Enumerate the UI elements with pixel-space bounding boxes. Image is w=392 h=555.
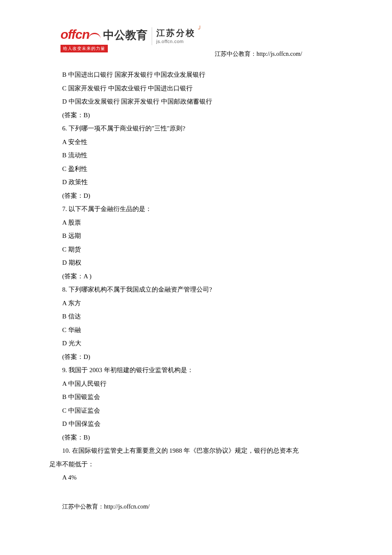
text-line: B 中国进出口银行 国家开发银行 中国农业发展银行 xyxy=(49,68,342,82)
footer-text: 江苏中公教育：http://js.offcn.com/ xyxy=(62,503,150,511)
question-line: 8. 下列哪家机构不属于我国成立的金融资产管理公司? xyxy=(49,283,342,297)
content-body: B 中国进出口银行 国家开发银行 中国农业发展银行 C 国家开发银行 中国农业银… xyxy=(49,68,342,485)
question-line: 7. 以下不属于金融衍生品的是： xyxy=(49,202,342,216)
answer-line: (答案：D) xyxy=(49,189,342,203)
text-line: D 中国农业发展银行 国家开发银行 中国邮政储蓄银行 xyxy=(49,95,342,109)
option-line: C 中国证监会 xyxy=(49,404,342,418)
option-line: D 光大 xyxy=(49,337,342,350)
answer-line: (答案：B) xyxy=(49,431,342,445)
answer-line: (答案：B) xyxy=(49,109,342,122)
logo-offcn: offcn 中公教育 给人改变未来的力量 xyxy=(61,27,147,52)
logo-cn: 中公教育 xyxy=(103,28,147,43)
text-line: C 国家开发银行 中国农业银行 中国进出口银行 xyxy=(49,82,342,95)
question-line: 10. 在国际银行监管史上有重要意义的 1988 年《巴塞尔协议》规定，银行的总… xyxy=(49,444,342,458)
option-line: A 中国人民银行 xyxy=(49,377,342,391)
branch-url: js.offcn.com xyxy=(156,39,196,44)
option-line: C 期货 xyxy=(49,243,342,257)
logo-text: offcn xyxy=(61,27,89,42)
option-line: C 华融 xyxy=(49,324,342,337)
option-line: A 安全性 xyxy=(49,136,342,149)
branch-block: 江苏分校 js.offcn.com xyxy=(156,27,196,44)
option-line: B 远期 xyxy=(49,229,342,243)
option-line: D 中国保监会 xyxy=(49,417,342,431)
page-header: offcn 中公教育 给人改变未来的力量 江苏分校 js.offcn.com ╯ xyxy=(61,27,202,52)
answer-line: (答案：D) xyxy=(49,350,342,364)
header-source-text: 江苏中公教育：http://js.offcn.com/ xyxy=(215,50,302,58)
option-line: A 股票 xyxy=(49,216,342,230)
option-line: B 流动性 xyxy=(49,149,342,162)
option-line: D 期权 xyxy=(49,256,342,270)
option-line: A 4% xyxy=(49,471,342,485)
question-line-cont: 足率不能低于： xyxy=(49,458,342,471)
logo-slogan: 给人改变未来的力量 xyxy=(61,45,108,52)
question-line: 9. 我国于 2003 年初组建的银行业监管机构是： xyxy=(49,364,342,377)
option-line: A 东方 xyxy=(49,297,342,310)
answer-line: (答案：A ) xyxy=(49,270,342,283)
bracket-mark-icon: ╯ xyxy=(198,26,202,33)
question-line: 6. 下列哪一项不属于商业银行的"三性"原则? xyxy=(49,122,342,136)
option-line: B 信达 xyxy=(49,310,342,324)
divider-vertical xyxy=(152,27,152,45)
branch-name: 江苏分校 xyxy=(156,27,196,39)
option-line: C 盈利性 xyxy=(49,162,342,176)
logo-main: offcn 中公教育 xyxy=(61,27,147,44)
option-line: D 政策性 xyxy=(49,176,342,189)
logo-block: offcn 中公教育 给人改变未来的力量 江苏分校 js.offcn.com ╯ xyxy=(61,27,202,52)
logo-arc-icon xyxy=(89,33,101,39)
option-line: B 中国银监会 xyxy=(49,390,342,404)
